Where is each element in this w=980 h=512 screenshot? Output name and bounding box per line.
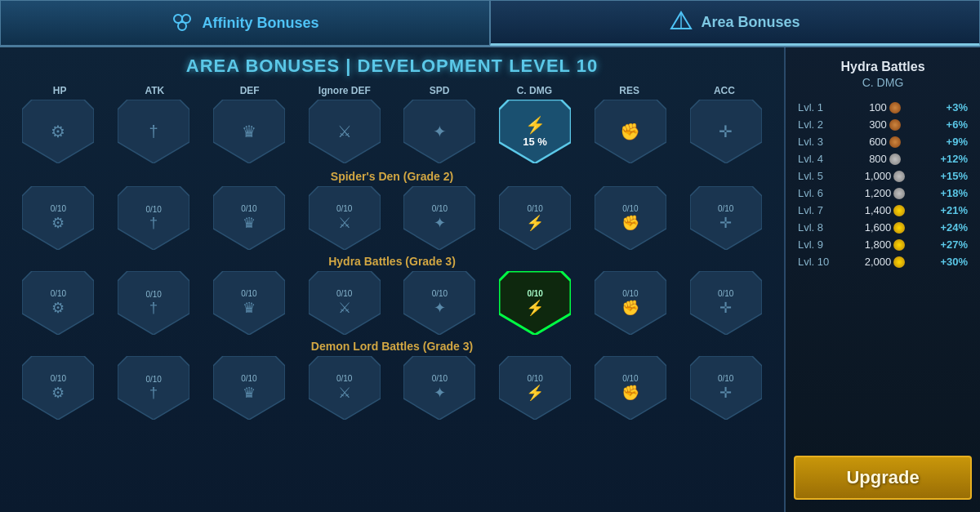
acc-icon: ✛ bbox=[719, 122, 733, 141]
cdmg-pct: 15 % bbox=[523, 136, 547, 148]
hydra-cell-3[interactable]: 0/10 ⚔ bbox=[298, 271, 390, 335]
level-label-1: Lvl. 1 bbox=[798, 101, 835, 114]
hydra-cell-2[interactable]: 0/10 ♛ bbox=[203, 271, 296, 335]
coin-icon-4 bbox=[889, 154, 901, 165]
level-row-5: Lvl. 5 1,000 +15% bbox=[794, 167, 972, 185]
stat-def: DEF bbox=[203, 85, 297, 96]
coin-icon-1 bbox=[889, 102, 901, 114]
spd-icon: ✦ bbox=[433, 122, 447, 141]
level-row-8: Lvl. 8 1,600 +24% bbox=[794, 219, 972, 236]
res-icon: ✊ bbox=[620, 122, 640, 141]
demon-cell-2[interactable]: 0/10 ♛ bbox=[203, 356, 296, 420]
svg-point-2 bbox=[178, 22, 186, 30]
level-row-9: Lvl. 9 1,800 +27% bbox=[794, 236, 972, 253]
level10-def: ♛ bbox=[203, 100, 296, 163]
stat-acc: ACC bbox=[677, 85, 772, 96]
spiders-den-cell-7[interactable]: 0/10 ✛ bbox=[679, 186, 772, 250]
spiders-den-grid: 0/10 ⚙ 0/10 † bbox=[12, 186, 772, 250]
level-cost-1: 100 bbox=[835, 101, 935, 114]
hp-icon: ⚙ bbox=[51, 122, 65, 141]
spiders-den-cell-4[interactable]: 0/10 ✦ bbox=[394, 186, 486, 250]
tab-area-label: Area Bonuses bbox=[701, 14, 800, 31]
stat-cdmg: C. DMG bbox=[487, 85, 581, 96]
coin-icon-6 bbox=[893, 188, 905, 199]
main-content: AREA BONUSES | DEVELOPMENT LEVEL 10 HP A… bbox=[0, 47, 980, 512]
stat-ignore-def: Ignore DEF bbox=[297, 85, 392, 96]
demon-cell-1[interactable]: 0/10 † bbox=[108, 356, 200, 420]
spiders-den-title: Spider's Den (Grade 2) bbox=[12, 170, 772, 183]
level10-res: ✊ bbox=[585, 100, 677, 163]
hydra-cell-5-highlighted[interactable]: 0/10 ⚡ bbox=[489, 271, 581, 335]
hydra-cell-6[interactable]: 0/10 ✊ bbox=[585, 271, 677, 335]
coin-icon-7 bbox=[893, 205, 905, 216]
atk-icon: † bbox=[149, 122, 158, 141]
panel-subtitle: C. DMG bbox=[794, 76, 972, 89]
demon-cell-0[interactable]: 0/10 ⚙ bbox=[12, 356, 105, 420]
coin-icon-2 bbox=[889, 119, 901, 131]
tab-affinity[interactable]: Affinity Bonuses bbox=[0, 0, 490, 46]
level10-hp: ⚙ bbox=[12, 100, 105, 163]
hydra-cell-1[interactable]: 0/10 † bbox=[108, 271, 200, 335]
panel-title: Hydra Battles bbox=[794, 60, 972, 74]
level-row-4: Lvl. 4 800 +12% bbox=[794, 150, 972, 167]
spiders-den-cell-5[interactable]: 0/10 ⚡ bbox=[489, 186, 581, 250]
stat-spd: SPD bbox=[392, 85, 487, 96]
area-title: AREA BONUSES | DEVELOPMENT LEVEL 10 bbox=[12, 56, 772, 77]
stat-res: RES bbox=[582, 85, 677, 96]
level-row-1: Lvl. 1 100 +3% bbox=[794, 99, 972, 116]
section-hydra-battles: Hydra Battles (Grade 3) 0/10 ⚙ bbox=[12, 255, 772, 335]
right-panel: Hydra Battles C. DMG Lvl. 1 100 +3% Lvl.… bbox=[784, 47, 980, 512]
cell-val: 0/10 bbox=[51, 204, 66, 213]
cdmg-icon: ⚡ bbox=[525, 115, 546, 135]
spiders-den-cell-1[interactable]: 0/10 † bbox=[108, 186, 200, 250]
level-table: Lvl. 1 100 +3% Lvl. 2 300 +6% Lvl. 3 600 bbox=[794, 99, 972, 447]
stat-headers: HP ATK DEF Ignore DEF SPD C. DMG RES ACC bbox=[12, 85, 772, 96]
demon-lord-grid: 0/10 ⚙ 0/10 † bbox=[12, 356, 772, 420]
tab-area[interactable]: Area Bonuses bbox=[490, 0, 980, 46]
spiders-den-cell-0[interactable]: 0/10 ⚙ bbox=[12, 186, 105, 250]
tab-bar: Affinity Bonuses Area Bonuses bbox=[0, 0, 980, 47]
demon-cell-5[interactable]: 0/10 ⚡ bbox=[489, 356, 581, 420]
section-spiders-den: Spider's Den (Grade 2) 0/10 ⚙ bbox=[12, 170, 772, 250]
demon-lord-title: Demon Lord Battles (Grade 3) bbox=[12, 340, 772, 353]
stat-atk: ATK bbox=[107, 85, 202, 96]
hydra-cell-4[interactable]: 0/10 ✦ bbox=[394, 271, 486, 335]
level-row-10: Lvl. 10 2,000 +30% bbox=[794, 253, 972, 270]
level10-atk: † bbox=[108, 100, 200, 163]
coin-icon-5 bbox=[893, 171, 905, 182]
coin-icon-9 bbox=[893, 239, 905, 251]
hydra-cell-7[interactable]: 0/10 ✛ bbox=[679, 271, 772, 335]
level-bonus-1: +3% bbox=[935, 101, 968, 114]
spiders-den-cell-6[interactable]: 0/10 ✊ bbox=[585, 186, 677, 250]
demon-cell-3[interactable]: 0/10 ⚔ bbox=[298, 356, 390, 420]
level10-cdmg: ⚡ 15 % bbox=[489, 100, 581, 163]
spiders-den-cell-2[interactable]: 0/10 ♛ bbox=[203, 186, 296, 250]
stat-hp: HP bbox=[12, 85, 107, 96]
demon-cell-7[interactable]: 0/10 ✛ bbox=[679, 356, 772, 420]
tab-affinity-label: Affinity Bonuses bbox=[202, 15, 318, 32]
level-row-2: Lvl. 2 300 +6% bbox=[794, 116, 972, 133]
level-row-7: Lvl. 7 1,400 +21% bbox=[794, 202, 972, 219]
affinity-icon bbox=[171, 11, 194, 34]
hydra-battles-grid: 0/10 ⚙ 0/10 † bbox=[12, 271, 772, 335]
ignoredef-icon: ⚔ bbox=[337, 122, 352, 141]
level-row-3: Lvl. 3 600 +9% bbox=[794, 133, 972, 150]
left-panel: AREA BONUSES | DEVELOPMENT LEVEL 10 HP A… bbox=[0, 47, 784, 512]
upgrade-button[interactable]: Upgrade bbox=[794, 456, 972, 500]
coin-icon-3 bbox=[889, 136, 901, 148]
section-demon-lord: Demon Lord Battles (Grade 3) 0/10 ⚙ bbox=[12, 340, 772, 420]
demon-cell-4[interactable]: 0/10 ✦ bbox=[394, 356, 486, 420]
hydra-cell-0[interactable]: 0/10 ⚙ bbox=[12, 271, 105, 335]
spiders-den-cell-3[interactable]: 0/10 ⚔ bbox=[298, 186, 390, 250]
level-row-6: Lvl. 6 1,200 +18% bbox=[794, 185, 972, 202]
level10-ignoredef: ⚔ bbox=[298, 100, 390, 163]
def-icon: ♛ bbox=[242, 122, 256, 141]
hydra-battles-title: Hydra Battles (Grade 3) bbox=[12, 255, 772, 268]
level10-acc: ✛ bbox=[679, 100, 772, 163]
level10-row: ⚙ † ♛ bbox=[12, 100, 772, 163]
level10-spd: ✦ bbox=[394, 100, 486, 163]
demon-cell-6[interactable]: 0/10 ✊ bbox=[585, 356, 677, 420]
area-icon bbox=[670, 11, 693, 33]
coin-icon-10 bbox=[893, 256, 905, 268]
coin-icon-8 bbox=[893, 222, 905, 234]
